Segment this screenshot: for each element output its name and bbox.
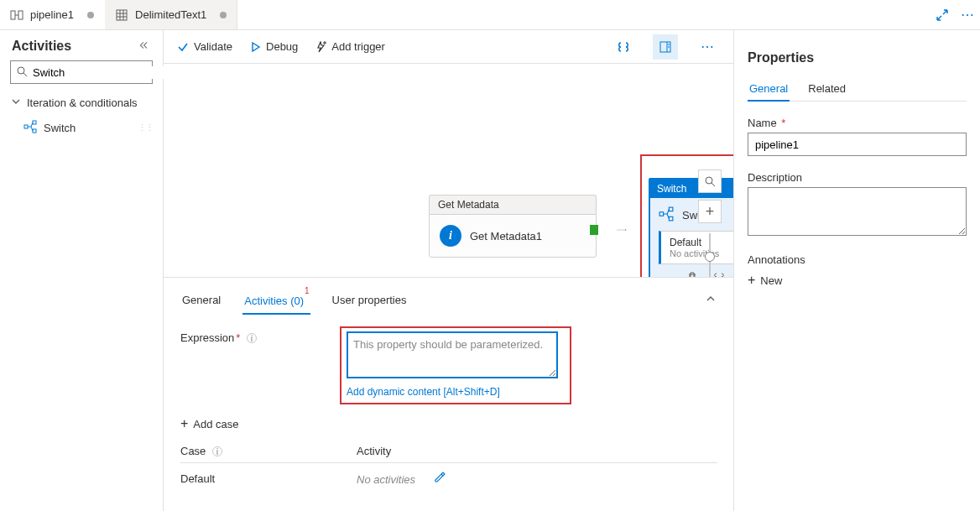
activity-header: Activity bbox=[357, 445, 391, 457]
svg-rect-21 bbox=[669, 216, 673, 221]
expression-label: Expression bbox=[180, 331, 234, 344]
properties-toggle-button[interactable] bbox=[653, 34, 678, 60]
properties-panel: Properties General Related Name * Descri… bbox=[733, 30, 980, 511]
node-actions bbox=[659, 264, 733, 277]
sidebar-title: Activities bbox=[12, 39, 71, 54]
description-input[interactable] bbox=[748, 187, 967, 236]
error-badge: 1 bbox=[305, 286, 310, 295]
panel-collapse-button[interactable] bbox=[705, 293, 717, 307]
search-input[interactable] bbox=[33, 66, 174, 79]
more-menu-button[interactable]: ⋯ bbox=[695, 34, 720, 60]
more-icon[interactable]: ⋯ bbox=[955, 3, 980, 28]
case-cell: Default bbox=[180, 472, 357, 485]
code-view-button[interactable] bbox=[611, 34, 636, 60]
prop-tab-related[interactable]: Related bbox=[806, 77, 847, 101]
tab-user-properties[interactable]: User properties bbox=[331, 287, 409, 313]
tab-label: DelimitedText1 bbox=[135, 8, 206, 21]
validate-label: Validate bbox=[194, 40, 232, 53]
activity-item-switch[interactable]: Switch ⋮⋮ bbox=[0, 115, 163, 141]
svg-rect-0 bbox=[11, 11, 15, 19]
modified-dot-icon bbox=[87, 12, 94, 18]
info-icon[interactable]: i bbox=[212, 446, 222, 456]
tab-general[interactable]: General bbox=[180, 287, 222, 313]
svg-line-9 bbox=[23, 73, 27, 76]
expression-input[interactable] bbox=[347, 331, 558, 378]
expression-error-highlight: Add dynamic content [Alt+Shift+D] bbox=[340, 326, 571, 404]
validate-button[interactable]: Validate bbox=[177, 40, 232, 53]
editor-tabs: pipeline1 DelimitedText1 ⋯ bbox=[0, 0, 980, 30]
svg-point-8 bbox=[18, 67, 24, 74]
new-annotation-button[interactable]: + New bbox=[748, 273, 967, 288]
expand-icon[interactable] bbox=[930, 3, 955, 28]
canvas-toolbar: Validate Debug Add trigger ⋯ bbox=[164, 30, 733, 64]
search-input-wrap[interactable] bbox=[10, 60, 153, 84]
svg-rect-12 bbox=[33, 129, 36, 133]
group-label: Iteration & conditionals bbox=[27, 96, 138, 109]
add-trigger-button[interactable]: Add trigger bbox=[315, 40, 385, 53]
sidebar-collapse-button[interactable] bbox=[139, 39, 151, 53]
svg-line-25 bbox=[712, 183, 715, 186]
activity-item-label: Switch bbox=[44, 122, 76, 134]
switch-default-case[interactable]: Default No activities bbox=[659, 231, 733, 264]
table-row: Default No activities bbox=[180, 463, 717, 494]
svg-rect-11 bbox=[33, 121, 36, 124]
node-get-metadata[interactable]: Get Metadata i Get Metadata1 bbox=[429, 195, 597, 258]
switch-icon bbox=[659, 206, 674, 224]
switch-icon bbox=[23, 120, 37, 136]
debug-button[interactable]: Debug bbox=[249, 40, 298, 53]
node-type-label: Get Metadata bbox=[429, 195, 597, 214]
plus-icon: + bbox=[748, 273, 755, 288]
connector-line bbox=[597, 229, 647, 231]
info-icon[interactable]: i bbox=[247, 333, 257, 343]
svg-rect-10 bbox=[24, 125, 28, 128]
tab-delimitedtext1[interactable]: DelimitedText1 bbox=[105, 0, 237, 29]
prop-tab-general[interactable]: General bbox=[748, 77, 790, 102]
search-icon bbox=[16, 65, 28, 80]
svg-rect-3 bbox=[117, 10, 127, 20]
description-label: Description bbox=[748, 171, 967, 184]
zoom-fit-button[interactable] bbox=[698, 169, 722, 193]
zoom-slider-thumb[interactable] bbox=[705, 252, 715, 262]
activity-cell: No activities bbox=[357, 473, 415, 486]
tab-label: Activities (0) bbox=[244, 295, 304, 307]
canvas-zoom-controls: + bbox=[698, 169, 722, 277]
pipeline-icon bbox=[10, 8, 23, 22]
tab-pipeline1[interactable]: pipeline1 bbox=[0, 0, 105, 29]
node-name: Get Metadata1 bbox=[470, 230, 542, 242]
new-label: New bbox=[760, 274, 782, 287]
svg-point-24 bbox=[706, 177, 712, 184]
add-case-button[interactable]: + Add case bbox=[180, 416, 717, 431]
case-header: Case bbox=[180, 445, 206, 457]
activities-sidebar: Activities Iteration & conditionals bbox=[0, 30, 164, 511]
add-case-label: Add case bbox=[193, 418, 238, 430]
tab-label: pipeline1 bbox=[30, 8, 74, 21]
add-dynamic-content-link[interactable]: Add dynamic content [Alt+Shift+D] bbox=[347, 386, 565, 398]
annotations-label: Annotations bbox=[748, 253, 967, 266]
add-trigger-label: Add trigger bbox=[331, 40, 385, 53]
drag-handle-icon: ⋮⋮ bbox=[138, 123, 153, 133]
svg-rect-20 bbox=[669, 207, 673, 211]
tab-label: User properties bbox=[332, 294, 407, 306]
svg-rect-1 bbox=[18, 11, 23, 19]
debug-label: Debug bbox=[266, 40, 298, 53]
zoom-slider[interactable] bbox=[709, 233, 711, 277]
zoom-in-button[interactable]: + bbox=[698, 200, 722, 223]
delete-icon[interactable] bbox=[686, 271, 698, 277]
tab-label: General bbox=[182, 294, 221, 306]
dataset-icon bbox=[115, 8, 128, 22]
chevron-down-icon bbox=[10, 96, 22, 110]
edit-case-button[interactable] bbox=[434, 473, 446, 486]
plus-icon: + bbox=[180, 416, 188, 431]
name-input[interactable] bbox=[748, 133, 967, 156]
tab-activities[interactable]: Activities (0)1 bbox=[242, 286, 310, 314]
info-icon: i bbox=[440, 225, 461, 247]
cases-table: Case i Activity Default No activities bbox=[180, 440, 717, 494]
name-label: Name * bbox=[748, 117, 967, 129]
group-iteration-conditionals[interactable]: Iteration & conditionals bbox=[0, 91, 163, 115]
modified-dot-icon bbox=[220, 12, 227, 18]
required-star-icon: * bbox=[779, 117, 786, 129]
activity-config-panel: General Activities (0)1 User properties … bbox=[164, 277, 733, 511]
pipeline-canvas[interactable]: Get Metadata i Get Metadata1 bbox=[164, 64, 733, 277]
properties-title: Properties bbox=[748, 50, 967, 65]
required-star-icon: * bbox=[236, 331, 240, 344]
